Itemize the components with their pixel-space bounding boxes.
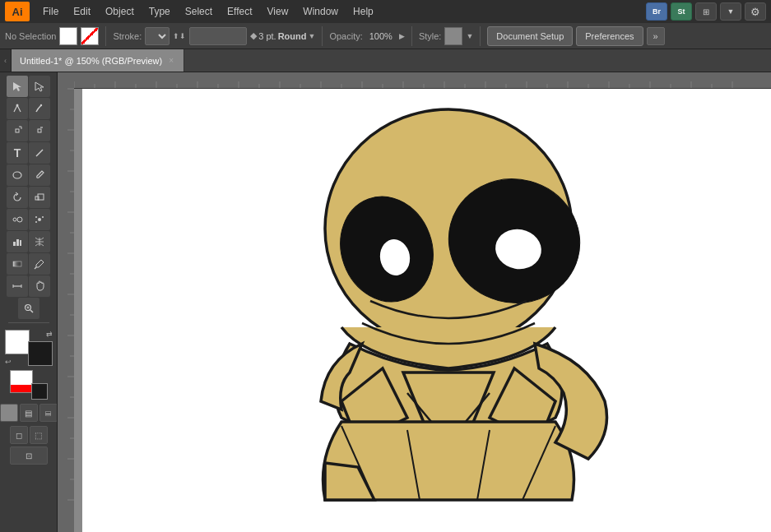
opacity-label: Opacity:: [329, 31, 362, 41]
reset-colors-icon[interactable]: ↩: [5, 358, 12, 366]
ruler-h-ticks: [74, 72, 771, 88]
sync-icon[interactable]: ⚙: [745, 2, 766, 21]
tool-row-1: [7, 76, 50, 97]
divider-1: [105, 26, 106, 46]
eyedropper-tool[interactable]: [29, 253, 50, 275]
ruler-v-ticks: [58, 72, 74, 532]
tool-row-5: [7, 164, 50, 186]
style-arrow[interactable]: ▼: [466, 32, 473, 40]
gradient-fill-icon[interactable]: ▤: [20, 404, 38, 422]
tool-row-7: [7, 209, 50, 230]
ellipse-tool[interactable]: [7, 164, 28, 186]
foreground-color[interactable]: [5, 330, 30, 354]
document-tab[interactable]: Untitled-1* @ 150% (RGB/Preview) ×: [12, 49, 184, 72]
stock-icon[interactable]: St: [671, 2, 692, 21]
svg-point-9: [17, 217, 22, 222]
measure-tool[interactable]: [7, 275, 28, 297]
scale-tool[interactable]: [29, 187, 50, 208]
stroke-swatch[interactable]: [81, 27, 99, 45]
line-tool[interactable]: [29, 142, 50, 164]
stroke-arrows[interactable]: ⬆⬇: [173, 32, 186, 40]
options-bar: No Selection Stroke: ⬆⬇ ◆ 3 pt. Round ▼ …: [0, 23, 771, 49]
document-setup-button[interactable]: Document Setup: [487, 26, 573, 46]
selection-label: No Selection: [5, 31, 56, 41]
pen-tool[interactable]: [7, 98, 28, 119]
view-mode-icons: ◻ ⬚: [10, 426, 48, 444]
freehand-tool[interactable]: [29, 98, 50, 119]
tool-row-11: [18, 298, 39, 319]
menu-help[interactable]: Help: [346, 3, 380, 20]
menu-edit[interactable]: Edit: [67, 3, 97, 20]
rotate-tool[interactable]: [7, 187, 28, 208]
zoom-tool[interactable]: [18, 298, 39, 319]
draw-normal-icon[interactable]: ◻: [10, 426, 28, 444]
tab-close-button[interactable]: ×: [167, 55, 175, 66]
menu-effect[interactable]: Effect: [221, 3, 258, 20]
fill-swatch[interactable]: [59, 27, 77, 45]
options-extra-button[interactable]: »: [647, 27, 665, 45]
menu-right-icons: Br St ⊞ ▼ ⚙: [646, 2, 766, 21]
svg-rect-15: [16, 239, 19, 246]
tool-row-9: [7, 253, 50, 275]
menu-file[interactable]: File: [36, 3, 65, 20]
opacity-arrow[interactable]: ▶: [399, 32, 405, 40]
svg-line-18: [35, 267, 36, 269]
canvas-area: .outline { stroke: #1a1a1a; stroke-width…: [58, 72, 771, 532]
column-graph-tool[interactable]: [7, 231, 28, 252]
round-label[interactable]: Round: [278, 31, 307, 41]
bridge-icon[interactable]: Br: [646, 2, 667, 21]
stroke-color-box[interactable]: [189, 27, 247, 45]
gradient-tool[interactable]: [7, 253, 28, 275]
hand-tool[interactable]: [29, 275, 50, 297]
cc-icon[interactable]: ▼: [720, 2, 741, 21]
menu-window[interactable]: Window: [296, 3, 345, 20]
tool-row-4: T: [7, 142, 50, 164]
background-color[interactable]: [28, 341, 53, 366]
panel-collapse-button[interactable]: ‹: [0, 49, 12, 72]
main-layout: T: [0, 72, 771, 532]
menu-type[interactable]: Type: [142, 3, 177, 20]
add-anchor-tool[interactable]: [7, 120, 28, 141]
pt-prefix: ◆: [250, 30, 257, 41]
mesh-tool[interactable]: [29, 231, 50, 252]
color-tools: ⇄ ↩: [5, 330, 53, 366]
tool-row-10: [7, 275, 50, 297]
svg-point-5: [13, 172, 21, 178]
arrange-icon[interactable]: ⊞: [695, 2, 717, 21]
character-artwork: .outline { stroke: #1a1a1a; stroke-width…: [181, 89, 716, 516]
solid-color-icon[interactable]: [0, 404, 18, 422]
menu-bar: Ai File Edit Object Type Select Effect V…: [0, 0, 771, 23]
symbol-tool[interactable]: [29, 209, 50, 230]
svg-point-1: [40, 104, 42, 106]
style-swatch[interactable]: [444, 27, 462, 45]
blend-tool[interactable]: [7, 209, 28, 230]
type-tool[interactable]: T: [7, 142, 28, 164]
svg-point-10: [38, 218, 41, 221]
divider-3: [411, 26, 412, 46]
svg-rect-16: [20, 240, 21, 246]
ruler-vertical: [58, 72, 74, 532]
menu-view[interactable]: View: [261, 3, 295, 20]
draw-inside-icon[interactable]: ⬚: [30, 426, 48, 444]
tool-row-6: [7, 187, 50, 208]
tab-title: Untitled-1* @ 150% (RGB/Preview): [20, 56, 162, 66]
direct-select-tool[interactable]: [29, 76, 50, 97]
ruler-horizontal: [58, 72, 771, 89]
delete-anchor-tool[interactable]: [29, 120, 50, 141]
divider-2: [322, 26, 323, 46]
menu-select[interactable]: Select: [179, 3, 219, 20]
fill-stroke-indicator[interactable]: [10, 370, 48, 400]
menu-object[interactable]: Object: [99, 3, 141, 20]
paintbrush-tool[interactable]: [29, 164, 50, 186]
divider-4: [480, 26, 481, 46]
swap-colors-icon[interactable]: ⇄: [46, 330, 53, 338]
screen-mode-icon[interactable]: ⊡: [10, 446, 48, 465]
svg-line-4: [36, 150, 43, 156]
stroke-select[interactable]: [145, 27, 170, 45]
no-fill-icon[interactable]: □: [39, 404, 58, 422]
pt-arrow[interactable]: ▼: [308, 32, 315, 40]
selection-tool[interactable]: [7, 76, 28, 97]
style-label: Style:: [419, 31, 442, 41]
svg-point-13: [35, 221, 37, 223]
preferences-button[interactable]: Preferences: [576, 26, 643, 46]
